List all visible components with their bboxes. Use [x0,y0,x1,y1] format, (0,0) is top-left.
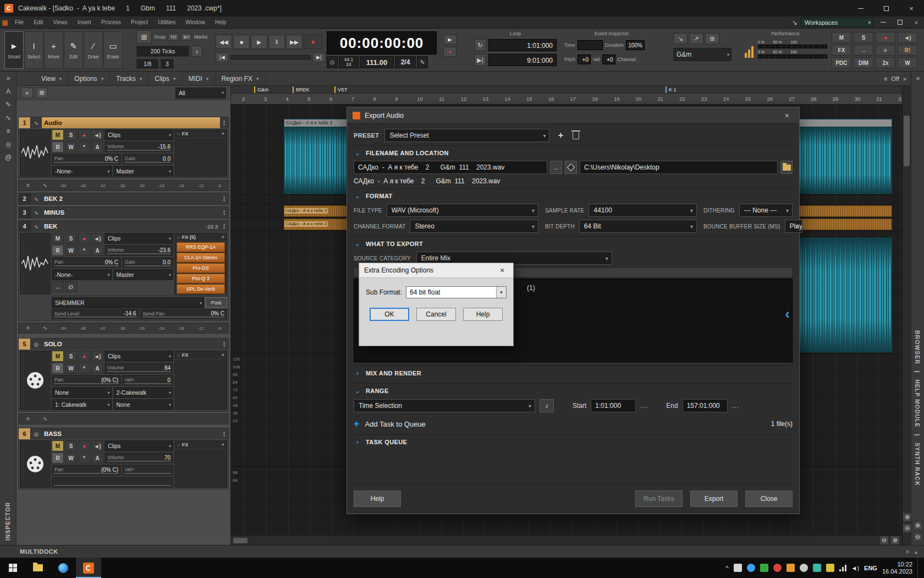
select-tool-icon[interactable]: A [0,85,16,98]
stretch-icon[interactable]: ↔ [854,45,873,56]
note-icon[interactable]: ♪ [191,46,202,57]
pan-slider[interactable]: Pan (0% C) [52,465,121,476]
pause-button[interactable]: ‖ [268,35,285,49]
loop-end-icon[interactable]: ▶| [474,54,486,66]
lanes-icon[interactable]: ≡ [876,45,895,56]
preset-dropdown[interactable]: Select Preset [384,129,549,142]
tool-button[interactable]: + Move [44,31,63,69]
close-dialog-button[interactable]: Close [745,490,793,507]
snap-division[interactable]: 1/8 [136,59,158,69]
fx-power-icon[interactable]: ○ [177,132,180,137]
fx-plugin[interactable]: RRS EQP-1A [177,242,225,252]
track-2-bek2[interactable]: 2 ∿ BEK 2 [18,193,229,205]
sample-rate-dropdown[interactable]: 44100 [588,204,697,217]
maximize-button[interactable] [873,0,899,17]
play-button[interactable]: ▶ [251,35,267,49]
lanes-icon[interactable]: ≡ [21,413,35,425]
ok-button[interactable]: OK [370,308,409,321]
tool-button[interactable]: ► Smart [4,31,24,69]
lanes-icon[interactable]: ≡ [0,124,16,138]
minimize-button[interactable] [848,0,873,17]
dock-expand-icon[interactable]: » [903,75,906,82]
workspaces-dropdown[interactable]: Workspaces [801,18,873,27]
velocity-slider[interactable]: Vel+ 0 [122,375,173,386]
global-mute-button[interactable]: M [832,32,851,43]
write-automation-button[interactable]: W [65,363,77,374]
range-start-browse[interactable]: ... [640,402,647,410]
full-screen-icon[interactable]: ↘ [792,19,798,26]
volume-slider[interactable]: Volume -23.6 [105,245,173,256]
track-collapse-icon[interactable] [220,428,228,439]
collapse-arrow-icon[interactable]: ‹ [785,307,790,321]
add-fx-icon[interactable]: + [222,352,224,358]
dialog-title-bar[interactable]: Export Audio × [347,107,799,124]
view-menu-item[interactable]: Options [68,72,110,86]
send-post-button[interactable]: Post [205,297,227,308]
fade-in-icon[interactable]: ↗ [689,33,703,44]
read-automation-button[interactable]: R [52,245,64,256]
stretch-icon[interactable]: ↔ [52,281,64,292]
track-name[interactable]: BASS [42,428,220,439]
musical-time-icon[interactable]: ♪ [540,399,554,412]
automation-button[interactable]: A [91,245,103,256]
volume-slider[interactable]: Volume 70 [105,452,173,464]
track-header[interactable]: 4 ∿ BEK -22.3 [19,221,228,232]
menu-item[interactable]: Insert [73,17,96,29]
pdc-button[interactable]: PDC [832,57,851,68]
help-button[interactable]: Help [463,308,503,321]
track-collapse-icon[interactable] [220,117,228,128]
output-selector[interactable]: Master [113,269,174,280]
pencil-tool-icon[interactable]: ✎ [0,98,16,111]
solo-button[interactable]: S [65,351,77,362]
patch-selector[interactable]: None [113,399,174,410]
range-start-input[interactable]: 1:01:000 [591,399,636,412]
close-button[interactable]: × [899,0,924,17]
pan-slider[interactable]: Pan 0% C [52,154,121,165]
menu-item[interactable]: Project [126,17,153,29]
ei-time-value[interactable] [578,40,603,50]
marker[interactable]: BREK [293,86,310,93]
global-solo-button[interactable]: S [854,32,873,43]
help-button[interactable]: Help [354,490,401,507]
volume-slider[interactable]: Volume 84 [105,363,173,374]
sub-format-dropdown[interactable]: 64 bit float [406,286,507,298]
arm-button[interactable]: ● [78,233,90,244]
dim-solo-button[interactable]: DIM [854,57,873,68]
freeze-button[interactable]: * [78,363,90,374]
send-level-slider[interactable]: Send Level -14.6 [52,309,139,319]
view-menu-item[interactable]: Region FX [215,72,265,86]
solo-button[interactable]: S [65,129,77,140]
edit-filter-dropdown[interactable]: Clips [105,233,173,244]
menu-item[interactable]: Edit [29,17,48,29]
tray-icon[interactable] [734,564,742,572]
arm-button[interactable]: ● [78,351,90,362]
wave-icon[interactable]: ∿ [38,179,52,192]
automation-button[interactable]: A [91,363,103,374]
loop-end-value[interactable]: 9:01:000 [488,54,557,66]
edit-filter-dropdown[interactable]: Clips [105,129,173,140]
read-automation-button[interactable]: R [52,363,64,374]
track-name[interactable]: SOLO [42,339,220,350]
gain-slider[interactable]: Gain 0.0 [122,257,173,268]
dialog-close-icon[interactable]: × [780,111,794,120]
marker[interactable]: K 1 [666,86,676,93]
view-menu-item[interactable]: Tracks [110,72,148,86]
tray-icon[interactable] [747,564,755,572]
mute-button[interactable]: M [52,440,64,451]
tray-expand-icon[interactable]: ^ [725,565,728,571]
record-small-button[interactable]: ● [443,47,457,57]
fx-plugin[interactable]: Pro-Q 3 [177,274,225,283]
mute-button[interactable]: M [52,351,64,362]
section-what-to-export[interactable]: WHAT TO EXPORT [354,236,793,250]
menu-item[interactable]: Help [210,17,232,29]
pan-slider[interactable]: Pan (0% C) [52,375,121,386]
volume-icon[interactable]: ◄) [851,565,860,571]
track-5-solo[interactable]: 5 ◎ SOLO M S ● ◄) Clip [18,338,229,412]
range-dropdown[interactable]: Time Selection [354,399,535,412]
automation-button[interactable]: A [91,452,103,464]
loop-start-value[interactable]: 1:01:000 [488,39,557,51]
cancel-button[interactable]: Cancel [416,308,456,321]
section-format[interactable]: FORMAT [354,188,793,203]
track-collapse-icon[interactable] [220,339,228,350]
bypass-icon[interactable]: ∅ [65,281,77,292]
